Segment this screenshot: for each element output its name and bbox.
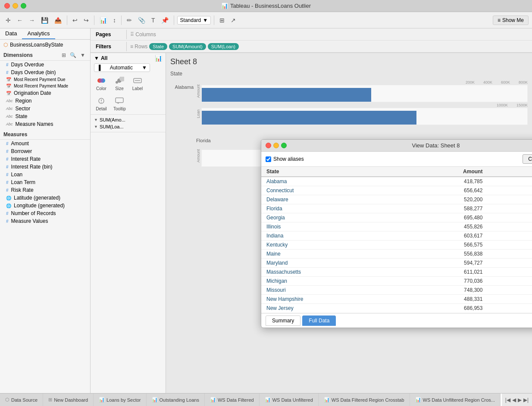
loan-bar-chart — [201, 108, 528, 125]
divider-5 — [214, 16, 214, 25]
tab-label: Loans by Sector — [106, 397, 141, 403]
text-button[interactable]: T — [149, 16, 157, 25]
tooltip-tool[interactable]: Tooltip — [112, 95, 127, 112]
add-button[interactable]: ✛ — [3, 16, 13, 25]
measure-number-records[interactable]: # Number of Records — [0, 209, 90, 217]
measure-longitude[interactable]: 🌐 Longitude (generated) — [0, 202, 90, 209]
measure-borrower[interactable]: # Borrower — [0, 147, 90, 155]
amount-axis-label: Amount — [196, 84, 200, 98]
sidebar-tabs: Data Analytics — [0, 28, 90, 40]
measure-loan-term[interactable]: # Loan Term — [0, 178, 90, 186]
summary-tab[interactable]: Summary — [266, 315, 300, 326]
clip-button[interactable]: 📎 — [136, 16, 147, 25]
modal-maximize-button[interactable] — [281, 143, 287, 148]
size-tool[interactable]: Size — [112, 75, 127, 92]
state-cell: Florida — [261, 204, 400, 213]
copy-button[interactable]: Copy — [523, 154, 532, 164]
dim-sector[interactable]: Abc Sector — [0, 105, 90, 112]
chart-type-button[interactable]: 📊 — [97, 16, 109, 25]
modal-titlebar: View Data: Sheet 8 — [261, 140, 532, 152]
fit-button[interactable]: ⊞ — [217, 16, 227, 25]
bottom-tab-ws-data-filtered-reg[interactable]: 📊WS Data Filtered Region Crosstab — [319, 394, 410, 406]
bottom-tab-loans-by-sector[interactable]: 📊Loans by Sector — [94, 394, 147, 406]
undo-button[interactable]: ↩ — [70, 16, 80, 25]
marks-type-dropdown[interactable]: ▐ Automatic ▼ — [94, 63, 150, 72]
modal-table-container[interactable]: State Amount Loan Alabama418,785991,958C… — [261, 167, 532, 313]
minimize-button[interactable] — [13, 3, 18, 9]
show-aliases-checkbox[interactable] — [266, 156, 271, 162]
pen-button[interactable]: ✏ — [125, 16, 134, 25]
measure-interest-rate[interactable]: # Interest Rate — [0, 155, 90, 163]
sum-loan-pill[interactable]: SUM(Loan) — [208, 43, 239, 50]
hash-icon: # — [6, 172, 9, 177]
dim-state[interactable]: Abc State — [0, 112, 90, 120]
abc-icon: Abc — [6, 106, 13, 111]
dim-region[interactable]: Abc Region — [0, 97, 90, 105]
bottom-tab-ws-data-filtered[interactable]: 📊WS Data Filtered — [205, 394, 260, 406]
table-row: Maine556,8381,338,594 — [261, 250, 532, 259]
marks-header: ▼ All 📊 — [94, 55, 162, 62]
tab-label: Outstanding Loans — [160, 397, 199, 403]
show-me-button[interactable]: ≡ Show Me — [493, 16, 529, 25]
modal-minimize-button[interactable] — [273, 143, 279, 148]
measure-risk-rate[interactable]: # Risk Rate — [0, 186, 90, 194]
pin-button[interactable]: 📌 — [159, 16, 171, 25]
bottom-tab-new-dashboard[interactable]: ⊞New Dashboard — [43, 394, 94, 406]
save-button[interactable]: 💾 — [39, 16, 50, 25]
sum-amount-item[interactable]: ▼ SUM(Amo... — [94, 116, 162, 123]
dim-most-recent-payment-due[interactable]: 📅 Most Recent Payment Due — [0, 76, 90, 83]
detail-tool[interactable]: Detail — [94, 95, 109, 112]
dim-days-overdue-bin[interactable]: # Days Overdue (bin) — [0, 69, 90, 76]
bottom-tab-ws-data-unfiltered[interactable]: 📊WS Data Unfiltered — [260, 394, 319, 406]
state-column-header: State — [261, 167, 400, 177]
hash-icon: # — [6, 180, 9, 185]
dim-origination-date[interactable]: 📅 Origination Date — [0, 89, 90, 97]
redo-button[interactable]: ↪ — [81, 16, 91, 25]
sum-loan-item[interactable]: ▼ SUM(Loa... — [94, 123, 162, 130]
dim-measure-names[interactable]: Abc Measure Names — [0, 120, 90, 128]
sidebar-tab-data[interactable]: Data — [0, 28, 22, 39]
bottom-tab-outstanding-loans[interactable]: 📊Outstanding Loans — [147, 394, 205, 406]
bottom-tab-ws-data-unfiltered-r[interactable]: 📊WS Data Unfiltered Region Cros... — [410, 394, 501, 406]
publish-button[interactable]: 📤 — [52, 16, 64, 25]
maximize-button[interactable] — [21, 3, 26, 9]
loan-axis-row: Loan 1000K 1500K — [196, 103, 528, 125]
measure-loan[interactable]: # Loan — [0, 171, 90, 178]
bottom-tab-data-source[interactable]: ⬡Data Source — [0, 394, 43, 406]
modal-controls: Show aliases Copy Export All — [261, 152, 532, 167]
chevron-icon: ▼ — [142, 65, 147, 71]
sidebar-tab-analytics[interactable]: Analytics — [22, 28, 55, 39]
color-tool[interactable]: Color — [94, 75, 109, 92]
loan-cell: 948,734 — [488, 195, 532, 204]
share-button[interactable]: ↗ — [228, 16, 238, 25]
measure-interest-rate-bin[interactable]: # Interest Rate (bin) — [0, 163, 90, 171]
measure-latitude[interactable]: 🌐 Latitude (generated) — [0, 194, 90, 202]
modal-close-button[interactable] — [266, 143, 271, 148]
menu-icon[interactable]: ▼ — [79, 52, 87, 59]
label-tool[interactable]: Label — [130, 75, 145, 92]
sort-button[interactable]: ↕ — [111, 16, 118, 25]
sum-amount-pill[interactable]: SUM(Amount) — [169, 43, 206, 50]
close-button[interactable] — [4, 3, 10, 9]
search-icon[interactable]: 🔍 — [69, 52, 78, 59]
table-body: Alabama418,785991,958Connecticut656,6421… — [261, 177, 532, 313]
tab-nav-first[interactable]: |◀ — [505, 397, 510, 403]
group-icon[interactable]: ⊞ — [60, 52, 67, 59]
loan-cell: 1,306,898 — [488, 204, 532, 213]
dim-days-overdue[interactable]: # Days Overdue — [0, 61, 90, 69]
state-pill[interactable]: State — [149, 43, 167, 50]
tab-nav-next[interactable]: ▶ — [518, 397, 522, 403]
forward-button[interactable]: → — [27, 16, 37, 25]
measure-measure-values[interactable]: # Measure Values — [0, 217, 90, 225]
tab-nav-prev[interactable]: ◀ — [512, 397, 516, 403]
modal-traffic-lights — [266, 143, 287, 148]
dimensions-header: Dimensions ⊞ 🔍 ▼ — [0, 50, 90, 61]
dim-most-recent-payment-made[interactable]: 📅 Most Recent Payment Made — [0, 83, 90, 89]
back-button[interactable]: ← — [15, 16, 25, 25]
loan-bars-area: 1000K 1500K — [201, 103, 528, 125]
measure-amount[interactable]: # Amount — [0, 140, 90, 147]
tab-nav-last[interactable]: ▶| — [523, 397, 529, 403]
standard-dropdown[interactable]: Standard ▼ — [177, 16, 211, 25]
data-source-row[interactable]: ⬡ BusinessLoansByState — [0, 40, 90, 50]
full-data-tab[interactable]: Full Data — [302, 315, 336, 326]
